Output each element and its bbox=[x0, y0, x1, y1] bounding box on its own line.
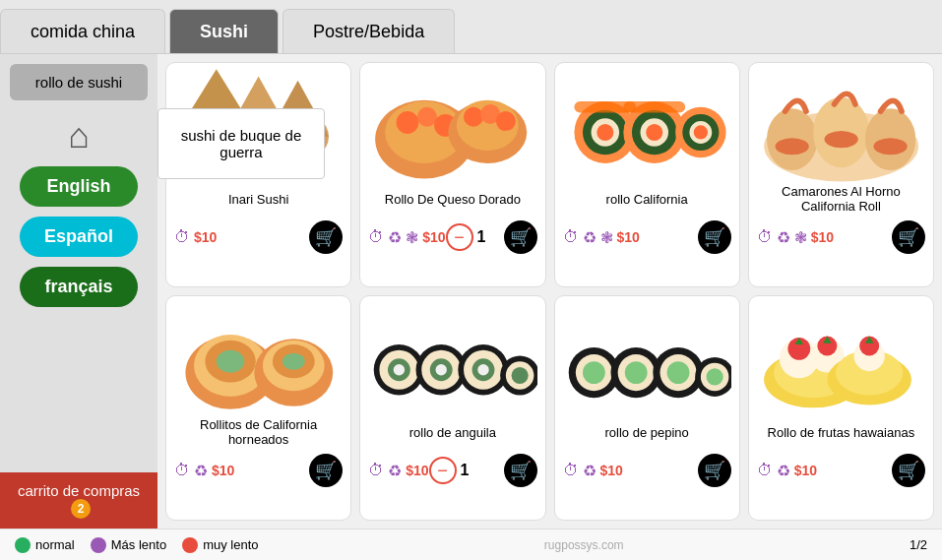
food-icons-camarones: ⏱ ♻ ❃ $10 bbox=[757, 228, 834, 247]
add-to-cart-queso[interactable]: 🛒 bbox=[504, 220, 537, 254]
recycle-icon-5: ♻ bbox=[194, 462, 208, 480]
lang-francais-button[interactable]: français bbox=[20, 267, 138, 307]
svg-point-68 bbox=[666, 361, 689, 384]
food-controls-queso: ⏱ ♻ ❃ $10 − 1 🛒 bbox=[368, 220, 536, 254]
tab-comida-china[interactable]: comida china bbox=[0, 9, 165, 53]
food-controls-camarones: ⏱ ♻ ❃ $10 🛒 bbox=[757, 220, 925, 254]
food-image-camarones bbox=[757, 71, 925, 179]
lang-espanol-button[interactable]: Español bbox=[20, 217, 138, 257]
food-controls-inari: ⏱ $10 🛒 bbox=[174, 220, 343, 254]
tab-postre[interactable]: Postre/Bebida bbox=[283, 9, 455, 53]
speed-normal: normal bbox=[15, 537, 75, 553]
qty-minus-anguila[interactable]: − bbox=[429, 457, 457, 484]
food-name-camarones: Camarones Al Horno California Roll bbox=[757, 183, 925, 215]
food-name-rollitos: Rollitos de California horneados bbox=[174, 416, 343, 448]
main-area: rollo de sushi ⌂ English Español françai… bbox=[0, 54, 942, 529]
cart-button[interactable]: carrito de compras 2 bbox=[0, 472, 157, 529]
clock-icon-7: ⏱ bbox=[563, 462, 579, 479]
food-name-inari: Inari Sushi bbox=[228, 183, 288, 215]
qty-control-queso: − 1 bbox=[446, 223, 486, 251]
food-card-queso: Rollo De Queso Dorado ⏱ ♻ ❃ $10 − 1 🛒 bbox=[359, 62, 545, 287]
qty-minus-queso[interactable]: − bbox=[446, 223, 473, 251]
tab-sushi[interactable]: Sushi bbox=[169, 9, 279, 53]
food-icons-pepino: ⏱ ♻ $10 bbox=[563, 462, 623, 480]
add-to-cart-inari[interactable]: 🛒 bbox=[309, 220, 343, 254]
cart-badge: 2 bbox=[71, 499, 91, 519]
add-to-cart-frutas[interactable]: 🛒 bbox=[892, 454, 925, 487]
food-image-queso bbox=[368, 71, 536, 179]
speed-dot-muy-lento bbox=[182, 537, 198, 553]
speed-dot-normal bbox=[15, 537, 31, 553]
food-icons-california: ⏱ ♻ ❃ $10 bbox=[563, 228, 640, 247]
recycle-icon-3: ♻ bbox=[583, 228, 597, 247]
svg-point-71 bbox=[706, 368, 722, 385]
qty-control-anguila: − 1 bbox=[429, 457, 470, 484]
add-to-cart-pepino[interactable]: 🛒 bbox=[698, 454, 731, 487]
qty-num-queso: 1 bbox=[477, 228, 486, 246]
svg-point-36 bbox=[873, 138, 907, 155]
speed-dot-mas-lento bbox=[91, 537, 106, 553]
clock-icon-3: ⏱ bbox=[563, 228, 579, 246]
food-controls-anguila: ⏱ ♻ $10 − 1 🛒 bbox=[368, 454, 536, 487]
flower-icon-4: ❃ bbox=[794, 228, 807, 247]
svg-point-15 bbox=[496, 111, 516, 131]
recycle-icon-6: ♻ bbox=[388, 462, 402, 480]
add-to-cart-california[interactable]: 🛒 bbox=[698, 220, 731, 254]
price-camarones: $10 bbox=[811, 229, 834, 245]
food-card-frutas: Rollo de frutas hawaianas ⏱ ♻ $10 🛒 bbox=[748, 295, 934, 521]
svg-point-43 bbox=[217, 349, 245, 372]
svg-point-13 bbox=[464, 106, 483, 126]
clock-icon-4: ⏱ bbox=[757, 228, 773, 246]
food-name-pepino: rollo de pepino bbox=[604, 416, 688, 448]
food-controls-pepino: ⏱ ♻ $10 🛒 bbox=[563, 454, 731, 487]
speed-muy-lento: muy lento bbox=[182, 537, 258, 553]
price-anguila: $10 bbox=[406, 463, 428, 478]
svg-point-52 bbox=[436, 364, 447, 375]
food-name-frutas: Rollo de frutas hawaianas bbox=[768, 416, 915, 448]
food-image-anguila bbox=[368, 304, 536, 412]
price-frutas: $10 bbox=[794, 463, 817, 478]
add-to-cart-anguila[interactable]: 🛒 bbox=[504, 454, 537, 487]
food-icons-queso: ⏱ ♻ ❃ $10 bbox=[368, 228, 445, 247]
flower-icon-3: ❃ bbox=[600, 228, 613, 247]
price-pepino: $10 bbox=[600, 463, 623, 478]
clock-icon-8: ⏱ bbox=[757, 462, 773, 479]
food-image-frutas bbox=[757, 304, 925, 412]
food-icons-inari: ⏱ $10 bbox=[174, 228, 217, 246]
speed-label-muy-lento: muy lento bbox=[203, 537, 258, 552]
subcategory-rollo-sushi[interactable]: rollo de sushi bbox=[10, 64, 148, 100]
food-icons-frutas: ⏱ ♻ $10 bbox=[757, 462, 817, 480]
dropdown-item-buque[interactable]: sushi de buque de guerra bbox=[158, 117, 324, 170]
add-to-cart-camarones[interactable]: 🛒 bbox=[892, 220, 925, 254]
price-queso: $10 bbox=[422, 229, 445, 245]
food-card-anguila: rollo de anguila ⏱ ♻ $10 − 1 🛒 bbox=[359, 295, 545, 521]
svg-point-65 bbox=[624, 361, 647, 384]
recycle-icon-4: ♻ bbox=[777, 228, 790, 247]
lang-english-button[interactable]: English bbox=[20, 166, 138, 207]
svg-point-8 bbox=[397, 111, 419, 134]
food-controls-california: ⏱ ♻ ❃ $10 🛒 bbox=[563, 220, 731, 254]
svg-point-23 bbox=[646, 124, 662, 141]
speed-label-normal: normal bbox=[35, 537, 75, 552]
svg-point-59 bbox=[512, 367, 529, 384]
flower-icon-2: ❃ bbox=[406, 228, 418, 247]
svg-rect-29 bbox=[623, 101, 685, 112]
food-name-queso: Rollo De Queso Dorado bbox=[385, 183, 521, 215]
svg-point-62 bbox=[582, 361, 604, 384]
food-image-rollitos bbox=[174, 304, 343, 412]
recycle-icon-2: ♻ bbox=[388, 228, 402, 247]
sidebar: rollo de sushi ⌂ English Español françai… bbox=[0, 54, 157, 529]
svg-point-34 bbox=[775, 138, 808, 155]
clock-icon-5: ⏱ bbox=[174, 462, 190, 479]
svg-point-9 bbox=[417, 106, 437, 126]
food-name-anguila: rollo de anguila bbox=[409, 416, 496, 448]
svg-point-44 bbox=[283, 352, 305, 369]
home-icon[interactable]: ⌂ bbox=[68, 115, 90, 156]
svg-point-19 bbox=[597, 124, 613, 141]
food-card-pepino: rollo de pepino ⏱ ♻ $10 🛒 bbox=[554, 295, 740, 521]
add-to-cart-rollitos[interactable]: 🛒 bbox=[309, 454, 343, 487]
recycle-icon-8: ♻ bbox=[777, 462, 790, 480]
price-rollitos: $10 bbox=[212, 463, 234, 478]
recycle-icon-7: ♻ bbox=[583, 462, 597, 480]
svg-point-27 bbox=[693, 125, 707, 139]
